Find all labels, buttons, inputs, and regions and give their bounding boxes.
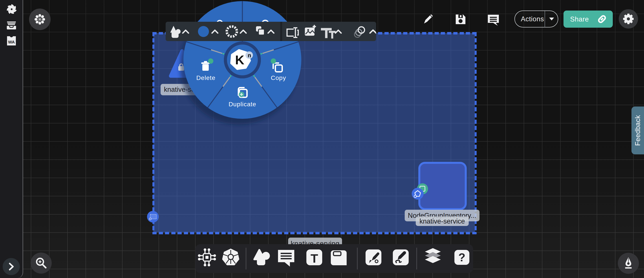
svg-text:T: T — [310, 252, 318, 265]
svg-text:Duplicate: Duplicate — [228, 101, 256, 108]
svg-text:?: ? — [458, 251, 466, 264]
svg-text:Copy: Copy — [271, 74, 286, 81]
svg-text:WA: WA — [8, 40, 15, 44]
svg-text:Share: Share — [570, 15, 589, 23]
svg-text:n: n — [248, 52, 251, 59]
svg-text:Delete: Delete — [196, 74, 216, 81]
svg-text:Actions: Actions — [521, 15, 544, 23]
svg-text:K: K — [235, 53, 244, 67]
